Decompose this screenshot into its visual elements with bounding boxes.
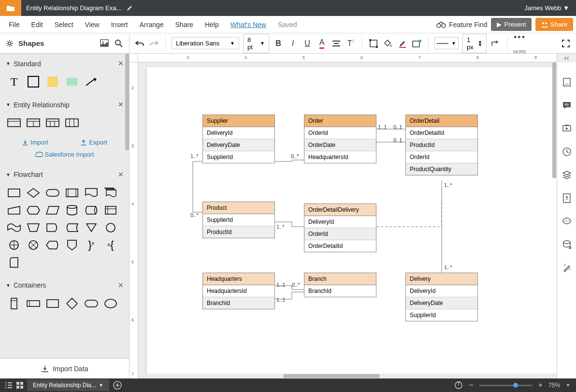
- fc-multidoc[interactable]: [103, 187, 118, 199]
- fc-process[interactable]: [7, 187, 21, 199]
- fc-internal-storage[interactable]: [103, 204, 118, 217]
- close-icon[interactable]: ×: [118, 58, 123, 69]
- entity-order[interactable]: Order OrderId OrderDate HeadquartersId: [304, 115, 376, 163]
- er-import-link[interactable]: Import: [22, 139, 48, 146]
- menu-help[interactable]: Help: [199, 18, 225, 31]
- fc-display[interactable]: [45, 239, 60, 251]
- cont-pill[interactable]: [84, 297, 99, 310]
- block-shape[interactable]: [26, 75, 41, 88]
- italic-button[interactable]: I: [288, 38, 298, 49]
- line-color-button[interactable]: [397, 38, 408, 49]
- fc-stored-data[interactable]: [65, 221, 79, 234]
- er-export-link[interactable]: Export: [80, 139, 107, 146]
- more-button[interactable]: ••• MORE: [513, 32, 526, 54]
- present-button[interactable]: ▶ Present: [491, 18, 532, 31]
- entity-supplier[interactable]: Supplier DeliveryId DeliveryDate Supplie…: [202, 115, 275, 163]
- layers-icon[interactable]: [562, 170, 572, 180]
- fc-document[interactable]: [84, 187, 99, 199]
- fc-connector[interactable]: [103, 221, 118, 234]
- fc-direct-data[interactable]: [84, 204, 99, 217]
- zoom-in-button[interactable]: +: [538, 381, 543, 390]
- sync-icon[interactable]: [454, 381, 463, 390]
- fc-predefined[interactable]: [65, 187, 79, 199]
- fc-brace-right[interactable]: }≡: [84, 239, 99, 251]
- v-scrollbar[interactable]: [552, 62, 557, 207]
- zoom-level[interactable]: 75%: [548, 382, 560, 389]
- list-icon[interactable]: [5, 382, 13, 389]
- feature-find[interactable]: Feature Find: [436, 21, 487, 29]
- share-button[interactable]: Share: [535, 18, 573, 31]
- panel-er-header[interactable]: ▼ Entity Relationship ×: [0, 95, 129, 115]
- folder-icon[interactable]: [0, 0, 21, 16]
- document-title[interactable]: Entity Relationship Diagram Exa...: [21, 4, 126, 12]
- fullscreen-button[interactable]: [561, 38, 571, 49]
- master-icon[interactable]: [562, 193, 572, 203]
- panel-flowchart-header[interactable]: ▼ Flowchart ×: [0, 165, 129, 185]
- text-options-button[interactable]: T↕: [346, 38, 356, 49]
- history-icon[interactable]: [562, 146, 572, 157]
- fill-button[interactable]: [383, 38, 393, 49]
- close-icon[interactable]: ×: [118, 280, 123, 290]
- canvas[interactable]: Supplier DeliveryId DeliveryDate Supplie…: [138, 62, 557, 378]
- note-shape[interactable]: [45, 75, 60, 88]
- er-shape-3[interactable]: [45, 116, 60, 129]
- menu-arrange[interactable]: Arrange: [134, 18, 170, 31]
- import-data-button[interactable]: Import Data: [0, 358, 130, 378]
- fc-delay[interactable]: [45, 221, 60, 234]
- fc-decision[interactable]: [26, 187, 41, 199]
- cont-diamond[interactable]: [65, 297, 79, 310]
- menu-whatsnew[interactable]: What's New: [225, 18, 272, 31]
- salesforce-import-link[interactable]: Salesforce Import: [0, 149, 129, 165]
- search-icon[interactable]: [115, 39, 123, 48]
- menu-insert[interactable]: Insert: [105, 18, 134, 31]
- magic-icon[interactable]: [562, 262, 572, 273]
- redo-button[interactable]: [149, 38, 159, 49]
- bold-button[interactable]: B: [273, 38, 284, 49]
- entity-orderdetail[interactable]: OrderDetail OrderDetailId ProductId Orde…: [405, 115, 478, 175]
- presentation-icon[interactable]: [562, 123, 572, 134]
- fc-merge[interactable]: [84, 221, 99, 234]
- user-menu[interactable]: James Webb ▼: [524, 4, 576, 12]
- shape-options-button[interactable]: [412, 38, 422, 49]
- align-button[interactable]: [331, 38, 342, 49]
- dock-collapse-button[interactable]: ‹‹: [557, 54, 576, 62]
- ruler-horizontal[interactable]: 3 4 5 6 7 8 9: [138, 54, 557, 62]
- entity-hq[interactable]: Headquarters HeadquartersId BranchId: [202, 273, 275, 309]
- page-icon[interactable]: [562, 77, 572, 87]
- er-shape-1[interactable]: [7, 116, 21, 129]
- close-icon[interactable]: ×: [118, 100, 123, 110]
- er-shape-4[interactable]: [65, 116, 79, 129]
- add-page-button[interactable]: [113, 381, 122, 390]
- shape-outline-button[interactable]: [368, 38, 379, 49]
- fc-summing[interactable]: [26, 239, 41, 251]
- cont-swimlane-v[interactable]: [7, 297, 21, 310]
- fc-preparation[interactable]: [26, 204, 41, 217]
- h-scrollbar[interactable]: [138, 374, 557, 378]
- fc-brace-left[interactable]: ≡{: [103, 239, 118, 251]
- entity-delivery[interactable]: Delivery DeliveryId DeliveryDate Supplie…: [405, 273, 478, 321]
- zoom-out-button[interactable]: −: [469, 381, 473, 390]
- hotspot-shape[interactable]: [65, 75, 79, 88]
- line-style-select[interactable]: ▼: [434, 37, 459, 49]
- page[interactable]: Supplier DeliveryId DeliveryDate Supplie…: [147, 67, 557, 377]
- line-width-select[interactable]: 1 px▲▼: [462, 34, 487, 53]
- comment-icon[interactable]: 99: [562, 100, 572, 111]
- image-icon[interactable]: [100, 39, 109, 47]
- line-shape[interactable]: [84, 75, 99, 88]
- chat-icon[interactable]: [562, 216, 572, 227]
- page-tab[interactable]: Entity Relationship Dia... ▼: [27, 379, 109, 391]
- menu-edit[interactable]: Edit: [26, 18, 49, 31]
- entity-odd[interactable]: OrderDetailDelivery DeliveryId OrderId O…: [304, 203, 376, 252]
- grid-icon[interactable]: [16, 382, 23, 389]
- font-select[interactable]: Liberation Sans▼: [172, 37, 239, 49]
- fc-manual-input[interactable]: [7, 204, 21, 217]
- er-shape-2[interactable]: [26, 116, 41, 129]
- close-icon[interactable]: ×: [118, 170, 123, 180]
- panel-containers-header[interactable]: ▼ Containers ×: [0, 276, 129, 295]
- line-options-button[interactable]: [490, 38, 501, 49]
- ruler-vertical[interactable]: 2 3 4 5 6 7: [130, 62, 138, 378]
- fc-terminator[interactable]: [45, 187, 60, 199]
- menu-share[interactable]: Share: [170, 18, 199, 31]
- fc-off-page[interactable]: [65, 239, 79, 251]
- fc-card[interactable]: [7, 256, 21, 269]
